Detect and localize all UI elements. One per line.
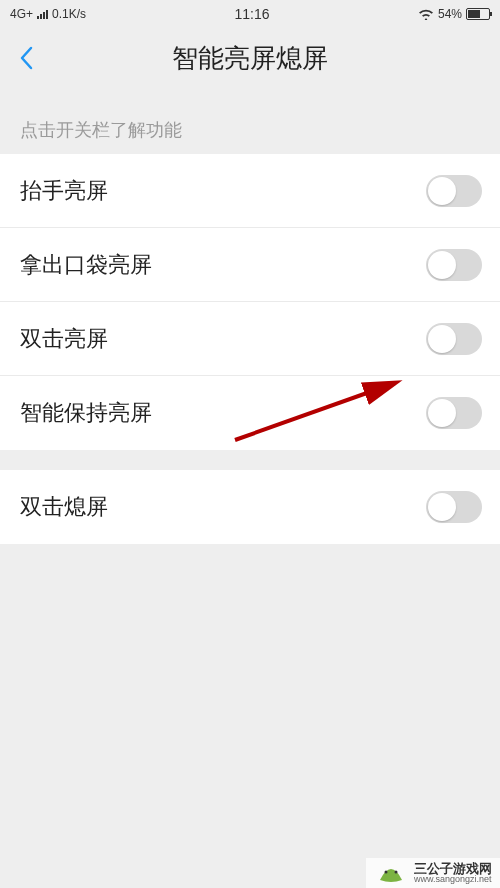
section-hint: 点击开关栏了解功能 xyxy=(0,88,500,154)
setting-label: 智能保持亮屏 xyxy=(20,398,152,428)
setting-label: 拿出口袋亮屏 xyxy=(20,250,152,280)
signal-icon xyxy=(37,9,48,19)
back-button[interactable] xyxy=(14,46,38,70)
page-header: 智能亮屏熄屏 xyxy=(0,28,500,88)
page-title: 智能亮屏熄屏 xyxy=(0,41,500,76)
setting-raise-to-wake[interactable]: 抬手亮屏 xyxy=(0,154,500,228)
battery-icon xyxy=(466,8,490,20)
svg-point-3 xyxy=(395,871,398,874)
section-gap xyxy=(0,450,500,470)
settings-group-1: 抬手亮屏 拿出口袋亮屏 双击亮屏 智能保持亮屏 xyxy=(0,154,500,450)
toggle-switch[interactable] xyxy=(426,175,482,207)
setting-double-tap-sleep[interactable]: 双击熄屏 xyxy=(0,470,500,544)
status-right: 54% xyxy=(418,7,490,21)
setting-pocket-wake[interactable]: 拿出口袋亮屏 xyxy=(0,228,500,302)
wifi-icon xyxy=(418,8,434,20)
toggle-knob xyxy=(428,251,456,279)
setting-label: 抬手亮屏 xyxy=(20,176,108,206)
toggle-switch[interactable] xyxy=(426,249,482,281)
settings-group-2: 双击熄屏 xyxy=(0,470,500,544)
svg-point-2 xyxy=(385,871,388,874)
toggle-knob xyxy=(428,493,456,521)
toggle-knob xyxy=(428,177,456,205)
chevron-left-icon xyxy=(19,46,33,70)
watermark-logo-icon xyxy=(374,862,408,884)
toggle-knob xyxy=(428,325,456,353)
battery-percent: 54% xyxy=(438,7,462,21)
watermark: 三公子游戏网 www.sangongzi.net xyxy=(366,858,500,888)
network-speed: 0.1K/s xyxy=(52,7,86,21)
setting-label: 双击亮屏 xyxy=(20,324,108,354)
setting-smart-stay[interactable]: 智能保持亮屏 xyxy=(0,376,500,450)
toggle-switch[interactable] xyxy=(426,323,482,355)
toggle-knob xyxy=(428,399,456,427)
status-time: 11:16 xyxy=(86,6,418,22)
setting-label: 双击熄屏 xyxy=(20,492,108,522)
setting-double-tap-wake[interactable]: 双击亮屏 xyxy=(0,302,500,376)
toggle-switch[interactable] xyxy=(426,397,482,429)
watermark-url: www.sangongzi.net xyxy=(414,875,492,884)
toggle-switch[interactable] xyxy=(426,491,482,523)
status-left: 4G+ 0.1K/s xyxy=(10,7,86,21)
network-type: 4G+ xyxy=(10,7,33,21)
status-bar: 4G+ 0.1K/s 11:16 54% xyxy=(0,0,500,28)
